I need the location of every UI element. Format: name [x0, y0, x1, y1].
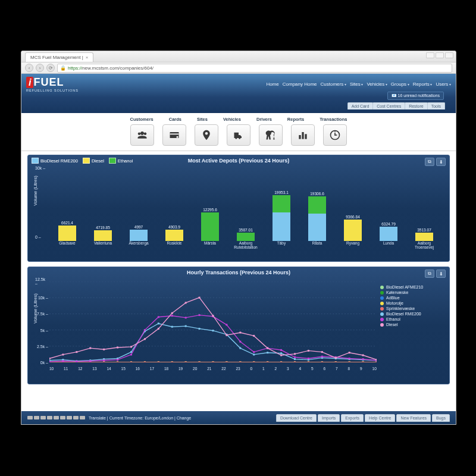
svg-rect-200 — [171, 312, 173, 314]
iconbtn-sites[interactable] — [195, 124, 218, 146]
bar-column: 12295.6 — [196, 208, 224, 241]
language-flags[interactable] — [27, 416, 85, 419]
svg-rect-177 — [199, 314, 201, 316]
svg-rect-210 — [308, 350, 309, 352]
lock-icon: 🔒 — [60, 65, 66, 71]
chart1-ylabel: Volume (Litres) — [33, 176, 38, 205]
nav-home[interactable]: Home — [266, 82, 278, 87]
window-buttons[interactable] — [426, 52, 453, 58]
svg-rect-215 — [376, 359, 377, 361]
bar-column: 4903.9 — [161, 225, 188, 241]
app-content: iFUEL REFUELLING SOLUTIONS HomeCompany H… — [21, 74, 456, 424]
bar-column: 6324.79 — [375, 222, 402, 241]
card-hourly-transactions: Hourly Transactions (Previous 24 Hours) … — [27, 267, 450, 384]
svg-rect-157 — [267, 352, 268, 353]
copy-icon[interactable]: ⧉ — [425, 270, 434, 278]
footer-translate[interactable]: Translate | Current Timezone: Europe/Lon… — [89, 416, 191, 420]
forward-button[interactable]: › — [36, 64, 44, 72]
nav-reports[interactable]: Reports ▾ — [413, 82, 433, 87]
footer-links: Download CentreImportsExportsHelp Centre… — [276, 414, 450, 422]
legend-item: Kølervæske — [380, 290, 442, 295]
svg-rect-126 — [185, 362, 187, 363]
app-footer: Translate | Current Timezone: Europe/Lon… — [21, 411, 456, 424]
iconbar-label: Cards — [169, 117, 181, 122]
svg-rect-208 — [280, 355, 282, 356]
iconbar-label: Customers — [130, 117, 154, 122]
svg-rect-207 — [267, 347, 268, 349]
svg-rect-149 — [158, 322, 159, 324]
back-button[interactable]: ‹ — [25, 64, 33, 72]
iconbtn-cards[interactable] — [162, 124, 186, 146]
svg-rect-170 — [103, 359, 105, 361]
download-icon[interactable]: ⬇ — [436, 158, 446, 166]
legend-item: BioDiesel AFME210 — [380, 285, 442, 289]
svg-rect-211 — [321, 351, 323, 353]
svg-rect-159 — [294, 358, 296, 360]
bar-column: 9366.84 — [339, 215, 367, 241]
svg-point-2 — [177, 136, 178, 138]
svg-rect-198 — [144, 338, 146, 340]
close-icon[interactable]: × — [86, 53, 89, 62]
url-field[interactable]: 🔒https://new.mcstsm.com/companies/604/ — [57, 64, 452, 73]
svg-rect-173 — [144, 329, 146, 331]
iconbar-label: Transactions — [320, 117, 347, 122]
svg-rect-181 — [253, 351, 255, 353]
download-icon[interactable]: ⬇ — [436, 270, 446, 278]
footer-link-help-centre[interactable]: Help Centre — [365, 414, 395, 422]
subtab-add-card[interactable]: Add Card — [347, 102, 374, 109]
subtab-restore[interactable]: Restore — [405, 102, 428, 109]
svg-rect-176 — [185, 317, 187, 318]
notifications-badge[interactable]: 📧 16 unread notifications — [387, 92, 444, 100]
iconbar-label: Reports — [287, 117, 304, 122]
legend-item: Motorolje — [380, 301, 442, 305]
svg-rect-175 — [171, 315, 173, 317]
footer-link-bugs[interactable]: Bugs — [432, 414, 450, 422]
iconbtn-customers[interactable] — [130, 124, 154, 146]
svg-rect-133 — [280, 362, 282, 363]
svg-rect-5 — [305, 134, 306, 139]
line-chart: 1011121314151617181920212223012345678910… — [49, 281, 442, 371]
nav-customers[interactable]: Customers ▾ — [321, 82, 346, 87]
svg-rect-4 — [302, 132, 303, 139]
svg-rect-125 — [171, 362, 173, 363]
svg-rect-194 — [89, 347, 91, 349]
svg-rect-120 — [103, 362, 105, 363]
app-logo[interactable]: iFUEL REFUELLING SOLUTIONS — [26, 76, 79, 92]
subtab-cost-centres[interactable]: Cost Centres — [372, 102, 405, 109]
footer-link-exports[interactable]: Exports — [341, 414, 364, 422]
svg-rect-122 — [130, 362, 132, 363]
footer-link-imports[interactable]: Imports — [318, 414, 340, 422]
svg-rect-192 — [62, 353, 64, 355]
svg-rect-197 — [130, 346, 132, 347]
svg-rect-171 — [117, 359, 118, 361]
svg-rect-206 — [253, 335, 255, 337]
svg-rect-203 — [212, 315, 214, 317]
svg-rect-168 — [76, 361, 77, 362]
nav-company-home[interactable]: Company Home — [283, 82, 317, 87]
nav-groups[interactable]: Groups ▾ — [391, 82, 409, 87]
svg-rect-180 — [239, 341, 241, 343]
copy-icon[interactable]: ⧉ — [425, 158, 434, 166]
iconbtn-transactions[interactable] — [323, 124, 347, 146]
bar-chart: 0 –30k –6621.44719.8549974903.912295.635… — [49, 172, 442, 249]
svg-rect-212 — [335, 357, 337, 359]
header-subtabs: Add CardCost CentresRestoreTools — [348, 102, 445, 109]
svg-rect-199 — [158, 328, 159, 330]
svg-rect-131 — [253, 362, 255, 363]
iconbtn-drivers[interactable] — [259, 124, 283, 146]
browser-addressbar: ‹ › ⟳ 🔒https://new.mcstsm.com/companies/… — [21, 62, 456, 74]
browser-tab[interactable]: MCS Fuel Management | × — [25, 52, 93, 62]
nav-sites[interactable]: Sites ▾ — [350, 82, 363, 87]
footer-link-new-features[interactable]: New Features — [396, 414, 431, 422]
iconbtn-reports[interactable] — [291, 124, 315, 146]
nav-vehicles[interactable]: Vehicles ▾ — [367, 82, 387, 87]
reload-button[interactable]: ⟳ — [46, 64, 55, 72]
card2-title: Hourly Transactions (Previous 24 Hours) — [32, 270, 446, 275]
svg-rect-123 — [144, 362, 146, 363]
nav-users[interactable]: Users ▾ — [436, 82, 451, 87]
iconbtn-vehicles[interactable] — [227, 124, 250, 146]
svg-rect-167 — [62, 360, 64, 362]
bar-column: 3587.01 — [232, 228, 259, 241]
subtab-tools[interactable]: Tools — [427, 102, 445, 109]
footer-link-download-centre[interactable]: Download Centre — [276, 414, 317, 422]
